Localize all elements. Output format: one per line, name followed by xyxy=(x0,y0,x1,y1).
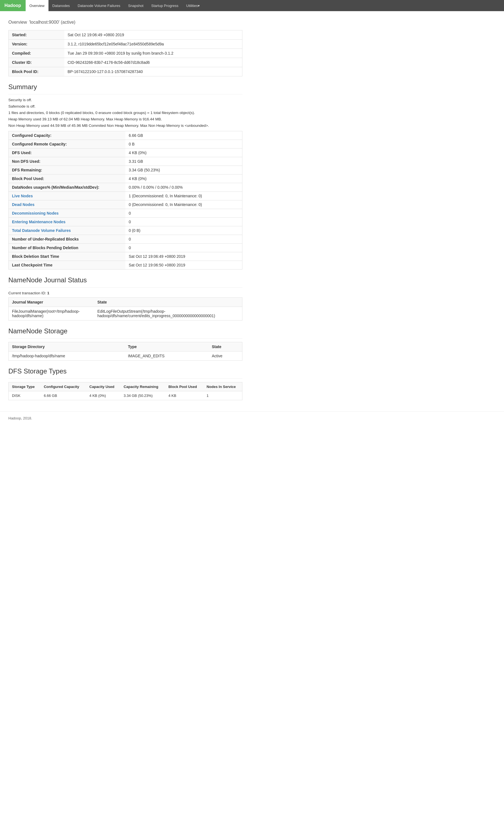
journal-transaction-info: Current transaction ID: 1 xyxy=(8,291,242,295)
dfs-type: DISK xyxy=(9,391,41,400)
stats-value: 0 xyxy=(125,235,242,243)
journal-row: FileJournalManager(root=/tmp/hadoop-hado… xyxy=(9,307,242,320)
stats-row: Block Deletion Start TimeSat Oct 12 19:0… xyxy=(9,252,242,261)
overview-value: Sat Oct 12 19:06:49 +0800 2019 xyxy=(64,30,242,40)
dfs-capacity-remaining: 3.34 GB (50.23%) xyxy=(120,391,165,400)
dfs-capacity-used: 4 KB (0%) xyxy=(86,391,120,400)
nav-item-snapshot[interactable]: Snapshot xyxy=(124,0,147,11)
stats-row: Configured Capacity:6.66 GB xyxy=(9,131,242,140)
journal-col-state: State xyxy=(94,298,242,307)
stats-row: Dead Nodes0 (Decommissioned: 0, In Maint… xyxy=(9,200,242,209)
journal-state: EditLogFileOutputStream(/tmp/hadoop-hado… xyxy=(94,307,242,320)
summary-line: Safemode is off. xyxy=(8,104,242,108)
stats-row: Last Checkpoint TimeSat Oct 12 19:06:50 … xyxy=(9,261,242,269)
overview-value: Tue Jan 29 09:39:00 +0800 2019 by sunilg… xyxy=(64,49,242,58)
dfs-row: DISK6.66 GB4 KB (0%)3.34 GB (50.23%)4 KB… xyxy=(9,391,242,400)
stats-row: DataNodes usages% (Min/Median/Max/stdDev… xyxy=(9,183,242,192)
stats-row: Number of Blocks Pending Deletion0 xyxy=(9,243,242,252)
stats-label: Block Deletion Start Time xyxy=(9,252,126,261)
stats-label: Configured Remote Capacity: xyxy=(9,140,126,148)
storage-col-directory: Storage Directory xyxy=(9,342,125,351)
stats-label: Number of Blocks Pending Deletion xyxy=(9,243,126,252)
stats-label: Configured Capacity: xyxy=(9,131,126,140)
footer-text: Hadoop, 2018. xyxy=(8,416,32,420)
dfs-col-header: Capacity Used xyxy=(86,382,120,391)
stats-value: 3.34 GB (50.23%) xyxy=(125,166,242,174)
overview-value: CID-96243266-83b7-4176-8c56-dd67d18c8ad6 xyxy=(64,58,242,67)
overview-label: Started: xyxy=(9,30,64,40)
summary-line: 1 files and directories, 0 blocks (0 rep… xyxy=(8,111,242,115)
storage-col-type: Type xyxy=(125,342,208,351)
page-subtitle: 'localhost:9000' (active) xyxy=(29,20,75,25)
stats-value: 0 xyxy=(125,209,242,218)
stats-value: 0 xyxy=(125,218,242,226)
stats-label: DFS Used: xyxy=(9,148,126,157)
journal-manager: FileJournalManager(root=/tmp/hadoop-hado… xyxy=(9,307,94,320)
overview-value: 3.1.2, r1019dde65bcf12e05ef48ac71e84550d… xyxy=(64,40,242,49)
summary-line: Non Heap Memory used 44.59 MB of 45.96 M… xyxy=(8,123,242,128)
stats-value: 0 xyxy=(125,243,242,252)
nav-item-startup-progress[interactable]: Startup Progress xyxy=(147,0,182,11)
stats-table: Configured Capacity:6.66 GBConfigured Re… xyxy=(8,131,242,269)
nav-brand: Hadoop xyxy=(0,0,26,11)
main-content: Overview 'localhost:9000' (active) Start… xyxy=(0,11,251,406)
overview-label: Cluster ID: xyxy=(9,58,64,67)
stats-value: Sat Oct 12 19:06:50 +0800 2019 xyxy=(125,261,242,269)
storage-state: Active xyxy=(208,351,242,361)
stats-value: 0 (Decommissioned: 0, In Maintenance: 0) xyxy=(125,200,242,209)
nav-item-datanode-volume-failures[interactable]: Datanode Volume Failures xyxy=(74,0,124,11)
overview-row: Cluster ID:CID-96243266-83b7-4176-8c56-d… xyxy=(9,58,242,67)
stats-row: Decommissioning Nodes0 xyxy=(9,209,242,218)
stats-label: Last Checkpoint Time xyxy=(9,261,126,269)
overview-table: Started:Sat Oct 12 19:06:49 +0800 2019Ve… xyxy=(8,30,242,76)
stats-row: DFS Remaining:3.34 GB (50.23%) xyxy=(9,166,242,174)
stats-value: 4 KB (0%) xyxy=(125,174,242,183)
summary-lines: Security is off.Safemode is off.1 files … xyxy=(8,98,242,128)
dfs-col-header: Storage Type xyxy=(9,382,41,391)
stats-value: Sat Oct 12 19:06:49 +0800 2019 xyxy=(125,252,242,261)
dfs-col-header: Nodes In Service xyxy=(203,382,242,391)
stats-row: Number of Under-Replicated Blocks0 xyxy=(9,235,242,243)
overview-row: Block Pool ID:BP-1674122100-127.0.0.1-15… xyxy=(9,67,242,76)
nav-item-overview[interactable]: Overview xyxy=(26,0,48,11)
journal-col-manager: Journal Manager xyxy=(9,298,94,307)
navbar: Hadoop Overview Datanodes Datanode Volum… xyxy=(0,0,504,11)
overview-label: Compiled: xyxy=(9,49,64,58)
dfs-configured-capacity: 6.66 GB xyxy=(40,391,86,400)
stats-label: Total Datanode Volume Failures xyxy=(9,226,126,235)
stats-value: 4 KB (0%) xyxy=(125,148,242,157)
storage-table: Storage Directory Type State /tmp/hadoop… xyxy=(8,342,242,361)
stats-label: Dead Nodes xyxy=(9,200,126,209)
dfs-title: DFS Storage Types xyxy=(8,367,242,375)
nav-item-datanodes[interactable]: Datanodes xyxy=(48,0,74,11)
storage-row: /tmp/hadoop-hadoop/dfs/nameIMAGE_AND_EDI… xyxy=(9,351,242,361)
dfs-col-header: Capacity Remaining xyxy=(120,382,165,391)
stats-value: 1 (Decommissioned: 0, In Maintenance: 0) xyxy=(125,192,242,200)
dfs-col-header: Block Pool Used xyxy=(165,382,203,391)
overview-label: Version: xyxy=(9,40,64,49)
summary-title: Summary xyxy=(8,83,242,91)
summary-line: Heap Memory used 39.13 MB of 62.04 MB He… xyxy=(8,117,242,121)
stats-row: Non DFS Used:3.31 GB xyxy=(9,157,242,166)
overview-row: Started:Sat Oct 12 19:06:49 +0800 2019 xyxy=(9,30,242,40)
storage-type: IMAGE_AND_EDITS xyxy=(125,351,208,361)
footer: Hadoop, 2018. xyxy=(0,412,504,425)
nav-item-utilities[interactable]: Utilities xyxy=(182,0,204,11)
stats-label: Entering Maintenance Nodes xyxy=(9,218,126,226)
stats-row: Total Datanode Volume Failures0 (0 B) xyxy=(9,226,242,235)
stats-row: Block Pool Used:4 KB (0%) xyxy=(9,174,242,183)
stats-label: DataNodes usages% (Min/Median/Max/stdDev… xyxy=(9,183,126,192)
stats-label: Live Nodes xyxy=(9,192,126,200)
summary-line: Security is off. xyxy=(8,98,242,102)
stats-label: Decommissioning Nodes xyxy=(9,209,126,218)
overview-value: BP-1674122100-127.0.0.1-1570874287340 xyxy=(64,67,242,76)
dfs-block-pool-used: 4 KB xyxy=(165,391,203,400)
stats-value: 0 B xyxy=(125,140,242,148)
storage-directory: /tmp/hadoop-hadoop/dfs/name xyxy=(9,351,125,361)
storage-title: NameNode Storage xyxy=(8,327,242,335)
stats-value: 3.31 GB xyxy=(125,157,242,166)
page-title: Overview 'localhost:9000' (active) xyxy=(8,17,242,26)
dfs-col-header: Configured Capacity xyxy=(40,382,86,391)
dfs-table: Storage TypeConfigured CapacityCapacity … xyxy=(8,382,242,400)
stats-label: Number of Under-Replicated Blocks xyxy=(9,235,126,243)
